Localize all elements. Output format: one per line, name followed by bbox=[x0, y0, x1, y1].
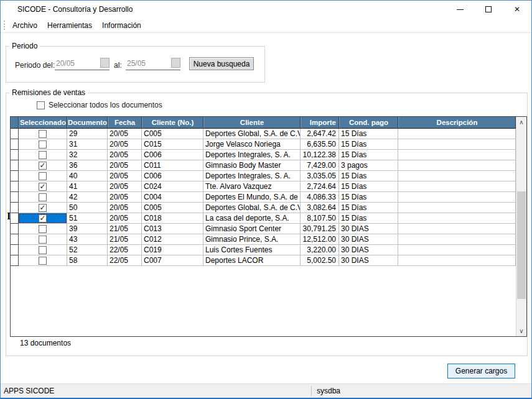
cell-cliente-no[interactable]: C005 bbox=[142, 203, 203, 213]
cell-documento[interactable]: 43 bbox=[67, 234, 108, 245]
cell-seleccionado[interactable] bbox=[19, 171, 67, 181]
cell-cond-pago[interactable]: 15 Días bbox=[339, 213, 398, 224]
cell-seleccionado[interactable] bbox=[19, 129, 67, 139]
cell-cliente-no[interactable]: C012 bbox=[142, 234, 203, 245]
row-indicator[interactable] bbox=[11, 203, 19, 213]
cell-documento[interactable]: 58 bbox=[67, 255, 108, 266]
cell-importe[interactable]: 5,002.50 bbox=[301, 255, 339, 266]
cell-descripcion[interactable] bbox=[398, 224, 516, 234]
cell-cond-pago[interactable]: 30 DIAS bbox=[339, 234, 398, 245]
date-picker-button[interactable] bbox=[171, 58, 180, 68]
table-row[interactable]: ✓ 51 20/05 C018 La casa del deporte, S.A… bbox=[11, 213, 516, 224]
vertical-scrollbar[interactable] bbox=[516, 117, 526, 336]
table-row[interactable]: 40 20/05 C006 Deportes Integrales, S. A.… bbox=[11, 171, 516, 181]
cell-cliente[interactable]: Deportes Global, S.A. de C.V. bbox=[203, 129, 301, 139]
cell-descripcion[interactable] bbox=[398, 171, 516, 181]
column-header-c-con[interactable]: Cond. pago bbox=[339, 117, 398, 128]
cell-fecha[interactable]: 20/05 bbox=[108, 139, 142, 150]
scrollbar-thumb[interactable] bbox=[517, 191, 526, 299]
menu-herramientas[interactable]: Herramientas bbox=[42, 19, 97, 32]
cell-documento[interactable]: 42 bbox=[67, 192, 108, 203]
cell-fecha[interactable]: 21/05 bbox=[108, 234, 142, 245]
table-row[interactable]: 58 22/05 C007 Deportes LACOR 5,002.50 30… bbox=[11, 255, 516, 266]
minimize-button[interactable] bbox=[446, 1, 474, 18]
new-search-button[interactable]: Nueva busqueda bbox=[189, 57, 254, 70]
menu-archivo[interactable]: Archivo bbox=[7, 19, 42, 32]
cell-cliente-no[interactable]: C013 bbox=[142, 224, 203, 234]
row-indicator[interactable] bbox=[11, 171, 19, 181]
cell-documento[interactable]: 36 bbox=[67, 160, 108, 171]
cell-cliente-no[interactable]: C024 bbox=[142, 181, 203, 192]
cell-seleccionado[interactable] bbox=[19, 139, 67, 150]
cell-documento[interactable]: 32 bbox=[67, 150, 108, 160]
table-row[interactable]: 43 21/05 C012 Gimnasio Prince, S.A. 12,5… bbox=[11, 234, 516, 245]
cell-seleccionado[interactable]: ✓ bbox=[19, 213, 67, 224]
cell-fecha[interactable]: 22/05 bbox=[108, 255, 142, 266]
generate-charges-button[interactable]: Generar cargos bbox=[447, 364, 515, 378]
cell-documento[interactable]: 41 bbox=[67, 181, 108, 192]
row-checkbox[interactable] bbox=[39, 246, 47, 254]
cell-descripcion[interactable] bbox=[398, 245, 516, 255]
row-indicator[interactable] bbox=[11, 213, 19, 224]
toolbar-grip-icon[interactable] bbox=[4, 21, 5, 30]
cell-importe[interactable]: 2,647.42 bbox=[301, 129, 339, 139]
cell-cond-pago[interactable]: 15 Días bbox=[339, 150, 398, 160]
cell-documento[interactable]: 52 bbox=[67, 245, 108, 255]
column-header-c-cli[interactable]: Cliente bbox=[203, 117, 301, 128]
column-header-c-no[interactable]: Cliente (No.) bbox=[142, 117, 203, 128]
cell-cliente-no[interactable]: C011 bbox=[142, 160, 203, 171]
maximize-button[interactable] bbox=[474, 1, 503, 18]
row-indicator[interactable] bbox=[11, 224, 19, 234]
cell-descripcion[interactable] bbox=[398, 255, 516, 266]
cell-cliente-no[interactable]: C004 bbox=[142, 192, 203, 203]
cell-importe[interactable]: 10,122.38 bbox=[301, 150, 339, 160]
cell-cliente-no[interactable]: C018 bbox=[142, 213, 203, 224]
periodo-to-field[interactable]: 25/05 bbox=[126, 57, 180, 70]
row-indicator[interactable] bbox=[11, 181, 19, 192]
table-row[interactable]: 31 20/05 C015 Jorge Velasco Noriega 6,63… bbox=[11, 139, 516, 150]
table-row[interactable]: ✓ 50 20/05 C005 Deportes Global, S.A. de… bbox=[11, 203, 516, 213]
cell-importe[interactable]: 2,724.64 bbox=[301, 181, 339, 192]
table-row[interactable]: ✓ 36 20/05 C011 Gimnasio Body Master 7,4… bbox=[11, 160, 516, 171]
table-row[interactable]: ✓ 41 20/05 C024 Tte. Alvaro Vazquez 2,72… bbox=[11, 181, 516, 192]
cell-importe[interactable]: 4,086.33 bbox=[301, 192, 339, 203]
cell-cliente-no[interactable]: C007 bbox=[142, 255, 203, 266]
periodo-from-field[interactable]: 20/05 bbox=[55, 57, 110, 70]
cell-importe[interactable]: 30,791.25 bbox=[301, 224, 339, 234]
row-checkbox[interactable] bbox=[39, 130, 47, 138]
cell-descripcion[interactable] bbox=[398, 234, 516, 245]
cell-cliente[interactable]: Gimnasio Prince, S.A. bbox=[203, 234, 301, 245]
cell-cond-pago[interactable]: 15 Días bbox=[339, 139, 398, 150]
row-indicator[interactable] bbox=[11, 255, 19, 266]
cell-descripcion[interactable] bbox=[398, 129, 516, 139]
cell-fecha[interactable]: 22/05 bbox=[108, 245, 142, 255]
scroll-down-icon[interactable] bbox=[516, 326, 526, 336]
row-checkbox[interactable] bbox=[39, 172, 47, 180]
cell-descripcion[interactable] bbox=[398, 192, 516, 203]
menu-informacion[interactable]: Información bbox=[97, 19, 146, 32]
cell-importe[interactable]: 3,082.64 bbox=[301, 203, 339, 213]
column-header-c-imp[interactable]: Importe bbox=[301, 117, 339, 128]
cell-documento[interactable]: 39 bbox=[67, 224, 108, 234]
table-row[interactable]: 32 20/05 C006 Deportes Integrales, S. A.… bbox=[11, 150, 516, 160]
cell-fecha[interactable]: 20/05 bbox=[108, 160, 142, 171]
cell-descripcion[interactable] bbox=[398, 213, 516, 224]
table-row[interactable]: 39 21/05 C013 Gimnasio Sport Center 30,7… bbox=[11, 224, 516, 234]
cell-descripcion[interactable] bbox=[398, 181, 516, 192]
cell-cliente-no[interactable]: C006 bbox=[142, 171, 203, 181]
cell-fecha[interactable]: 20/05 bbox=[108, 129, 142, 139]
cell-fecha[interactable]: 20/05 bbox=[108, 171, 142, 181]
cell-seleccionado[interactable] bbox=[19, 224, 67, 234]
table-row[interactable]: 52 22/05 C019 Luis Cortes Fuentes 3,220.… bbox=[11, 245, 516, 255]
cell-cliente-no[interactable]: C005 bbox=[142, 129, 203, 139]
cell-cond-pago[interactable]: 15 Días bbox=[339, 171, 398, 181]
column-header-c-des[interactable]: Descripción bbox=[398, 117, 516, 128]
cell-cliente[interactable]: Deportes Integrales, S. A. bbox=[203, 171, 301, 181]
cell-fecha[interactable]: 20/05 bbox=[108, 181, 142, 192]
column-header-c-doc[interactable]: Documento bbox=[67, 117, 108, 128]
cell-fecha[interactable]: 21/05 bbox=[108, 224, 142, 234]
row-checkbox[interactable]: ✓ bbox=[39, 162, 47, 170]
cell-fecha[interactable]: 20/05 bbox=[108, 203, 142, 213]
close-button[interactable] bbox=[503, 1, 531, 18]
cell-cliente[interactable]: Deportes Integrales, S. A. bbox=[203, 150, 301, 160]
